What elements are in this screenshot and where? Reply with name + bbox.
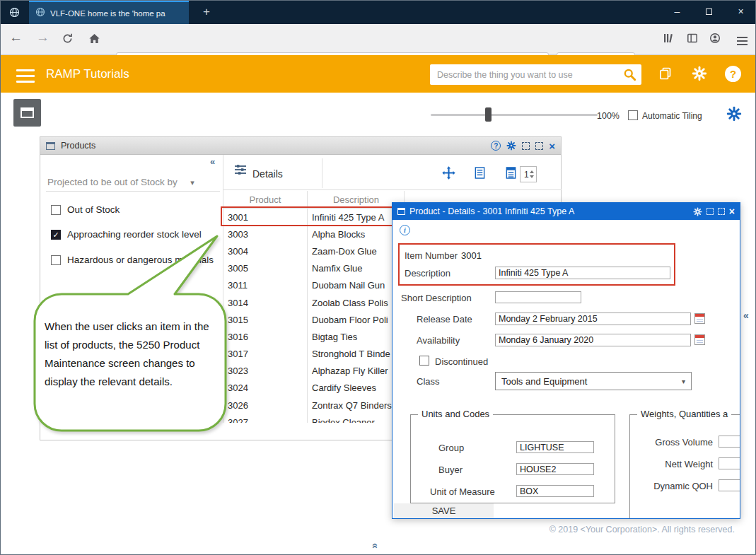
info-icon[interactable]: i [400,225,410,235]
spin-up-icon[interactable] [530,170,534,173]
spin-down-icon[interactable] [530,175,534,178]
close-button[interactable]: × [725,1,756,23]
search-icon[interactable] [623,68,636,84]
close-icon[interactable]: × [549,141,555,151]
description-input[interactable] [495,267,670,279]
class-select[interactable]: Tools and Equipment ▾ [495,372,692,390]
reload-button[interactable] [62,33,74,45]
cell-description: Alpha Blocks [308,229,365,240]
move-icon[interactable] [441,165,456,183]
windows-panel-button[interactable] [13,99,41,127]
cell-description: Duobam Floor Poli [308,315,388,325]
collapse-right-icon[interactable]: « [743,310,749,321]
field-highlight-box [398,243,675,286]
documents-icon[interactable] [658,66,673,83]
cell-product: 3011 [223,280,308,291]
tab-details[interactable]: Details [252,168,283,180]
cell-description: Namfix Glue [308,263,363,274]
availability-input[interactable] [495,334,691,346]
browser-tab[interactable]: VLF-ONE home is the 'home pa [29,1,189,24]
minimize-button[interactable]: – [661,1,693,23]
dialog-titlebar[interactable]: Product - Details - 3001 Infiniti 425 Ty… [392,203,740,220]
gross-volume-input[interactable] [719,436,740,448]
library-icon[interactable] [663,33,674,44]
cell-product: 3017 [223,349,308,359]
save-button[interactable]: SAVE [394,503,494,518]
maximize-icon[interactable] [535,142,543,150]
cell-product: 3026 [223,400,308,411]
nett-weight-input[interactable] [719,457,740,469]
dynamic-qoh-input[interactable] [719,479,740,491]
item-number-label: Item Number [405,250,458,261]
group-input[interactable] [516,441,594,453]
automatic-tiling-checkbox[interactable] [628,110,638,120]
calendar-icon[interactable] [694,334,705,345]
window-globe-icon [9,7,20,21]
maximize-icon [706,8,712,15]
page-spinner[interactable]: 1 [520,166,537,182]
products-window-titlebar[interactable]: Products ? × [40,137,561,155]
zoom-slider-track[interactable] [431,114,598,116]
settings-gear-icon[interactable] [693,207,702,216]
cell-product: 3024 [223,382,308,393]
menu-button[interactable] [737,35,748,47]
collapse-filter-icon[interactable]: « [210,156,215,167]
home-button[interactable] [88,33,100,45]
close-icon[interactable]: × [729,206,735,217]
app-menu-icon[interactable] [16,66,35,86]
product-details-dialog: Product - Details - 3001 Infiniti 425 Ty… [392,202,740,519]
cell-product: 3001 [223,212,308,223]
back-button[interactable]: ← [9,30,23,45]
new-tab-button[interactable]: + [197,3,216,21]
settings-gear-icon[interactable] [692,66,707,84]
zoom-value: 100% [597,111,620,121]
cell-product: 3027 [223,417,308,423]
discontinued-checkbox[interactable] [419,356,429,366]
cell-description: Zoolab Class Polis [308,298,388,308]
stock-filter-dropdown[interactable]: Projected to be out of Stock by ▾ [47,175,194,188]
column-header-description[interactable]: Description [308,194,405,205]
page-number: 1 [524,170,529,180]
short-description-label: Short Description [401,293,472,303]
out-of-stock-checkbox[interactable] [51,205,61,215]
cell-product: 3023 [223,366,308,376]
account-icon[interactable] [709,33,721,44]
report-view-icon[interactable] [505,166,517,182]
stock-filter-label: Projected to be out of Stock by [47,177,178,187]
framework-search[interactable] [430,64,641,85]
cell-description: Alphazap Fly Killer [308,366,388,376]
dynamic-qoh-label: Dynamic QOH [636,481,713,491]
forward-button[interactable]: → [36,30,50,45]
sidebar-toggle-icon[interactable] [687,33,698,44]
calendar-icon[interactable] [694,313,705,324]
short-description-input[interactable] [495,291,581,303]
list-view-icon[interactable] [474,166,486,182]
column-header-product[interactable]: Product [223,194,308,205]
window-controls: – × [661,1,756,23]
filter-checkbox-row[interactable]: Out of Stock [51,204,120,215]
restore-icon[interactable] [706,208,714,215]
maximize-icon[interactable] [718,208,725,215]
settings-gear-icon[interactable] [506,141,516,151]
cell-description: Infiniti 425 Type A [308,212,384,223]
window-icon [46,142,55,150]
nett-weight-label: Nett Weight [636,459,713,469]
divider [46,191,220,192]
divider [223,189,562,190]
unit-of-measure-input[interactable] [516,485,594,497]
maximize-button[interactable] [693,1,725,23]
help-icon[interactable]: ? [491,141,501,151]
class-value: Tools and Equipment [501,376,587,387]
zoom-slider-handle[interactable] [485,107,492,122]
release-date-input[interactable] [495,312,691,325]
collapse-bottom-icon[interactable]: « [370,543,381,549]
group-label: Group [438,443,464,453]
framework-search-input[interactable] [437,65,620,84]
framework-settings-gear-icon[interactable] [726,106,742,124]
buyer-input[interactable] [516,463,594,475]
callout-text: When the user clicks an item in the list… [45,317,221,391]
cell-product: 3015 [223,315,308,325]
help-icon[interactable]: ? [725,66,741,82]
restore-icon[interactable] [522,142,530,150]
cell-description: Zaam-Dox Glue [308,246,377,257]
